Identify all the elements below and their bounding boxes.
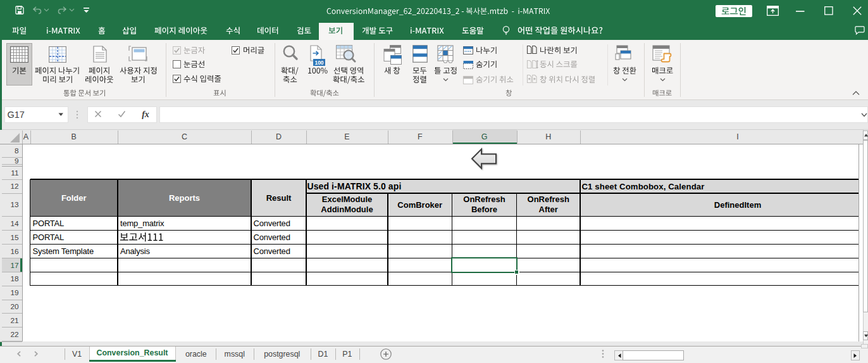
svg-text:100: 100 [314, 60, 323, 66]
